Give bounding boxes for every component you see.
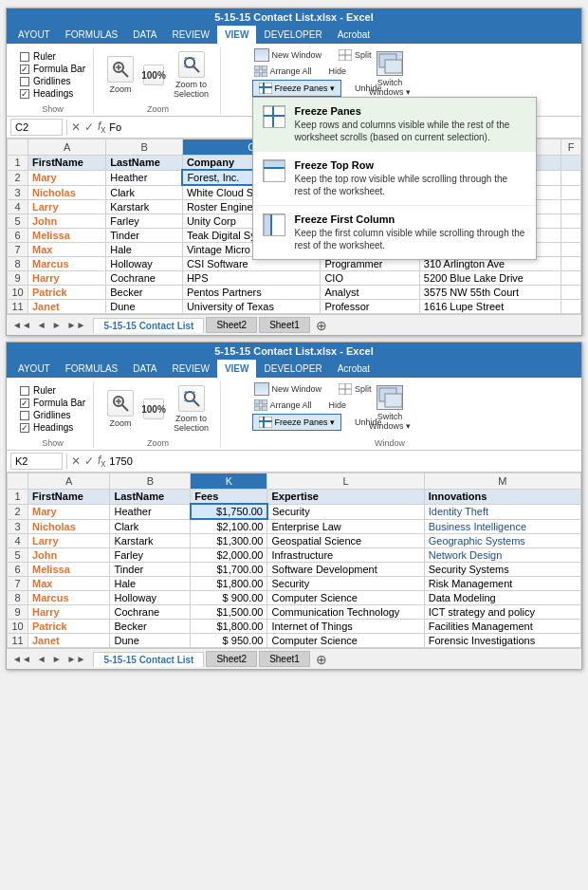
cell2-a3[interactable]: Nicholas <box>28 519 110 534</box>
headings-checkbox-1[interactable] <box>20 89 29 99</box>
cell-a5[interactable]: John <box>28 214 106 229</box>
tab-acrobat-1[interactable]: Acrobat <box>330 26 377 44</box>
tab-review-1[interactable]: REVIEW <box>164 26 216 44</box>
freeze-panes-item-1[interactable]: Freeze Panes Keep rows and columns visib… <box>253 98 536 152</box>
sheet-tab-3-1[interactable]: Sheet1 <box>259 317 310 333</box>
col-a-2[interactable]: A <box>28 473 110 490</box>
cell-a1[interactable]: FirstName <box>28 156 106 171</box>
tab-acrobat-2[interactable]: Acrobat <box>330 360 377 378</box>
cell2-l4[interactable]: Geospatial Science <box>267 534 424 548</box>
cell2-a5[interactable]: John <box>28 548 110 563</box>
ruler-option-2[interactable]: Ruler <box>20 385 85 396</box>
cell2-l11[interactable]: Computer Science <box>267 634 424 648</box>
cell2-l2[interactable]: Security <box>267 504 424 519</box>
zoom-100-button-1[interactable]: 100% <box>139 63 168 87</box>
cell2-k3[interactable]: $2,100.00 <box>191 519 267 534</box>
add-sheet-btn-2[interactable]: ⊕ <box>312 652 331 667</box>
cell-f6[interactable] <box>561 229 581 243</box>
cell2-b9[interactable]: Cochrane <box>110 605 191 620</box>
cell2-m3[interactable]: Business Intelligence <box>424 519 580 534</box>
cell2-a7[interactable]: Max <box>28 577 110 591</box>
cell-b7[interactable]: Hale <box>106 243 183 257</box>
cell-f5[interactable] <box>561 214 581 229</box>
nav-last-2[interactable]: ►► <box>65 654 88 664</box>
cell2-m5[interactable]: Network Design <box>424 548 580 563</box>
cell2-k10[interactable]: $1,800.00 <box>191 620 267 634</box>
cell2-k6[interactable]: $1,700.00 <box>191 563 267 577</box>
cell-a4[interactable]: Larry <box>28 200 106 214</box>
formula-bar-option-1[interactable]: Formula Bar <box>20 64 85 74</box>
cell2-k5[interactable]: $2,000.00 <box>191 548 267 563</box>
tab-view-1[interactable]: VIEW <box>217 26 257 44</box>
cell-b2[interactable]: Heather <box>106 170 183 185</box>
cell-b9[interactable]: Cochrane <box>106 271 183 286</box>
tab-view-2[interactable]: VIEW <box>217 360 257 378</box>
cell-c10[interactable]: Pentos Partners <box>182 286 321 300</box>
freeze-top-row-item-1[interactable]: Freeze Top Row Keep the top row visible … <box>253 152 536 206</box>
cell-a3[interactable]: Nicholas <box>28 185 106 200</box>
cell-a6[interactable]: Melissa <box>28 229 106 243</box>
cell2-l8[interactable]: Computer Science <box>267 591 424 605</box>
hide-btn-2[interactable]: Hide <box>327 399 349 412</box>
cell-d11[interactable]: Professor <box>321 300 419 314</box>
col-a-1[interactable]: A <box>28 139 106 156</box>
col-b-1[interactable]: B <box>106 139 183 156</box>
cell-a11[interactable]: Janet <box>28 300 106 314</box>
cell2-a2[interactable]: Mary <box>28 504 110 519</box>
tab-layout-1[interactable]: AYOUT <box>10 26 58 44</box>
cell2-m8[interactable]: Data Modeling <box>424 591 580 605</box>
gridlines-option-1[interactable]: Gridlines <box>20 76 85 86</box>
tab-developer-1[interactable]: DEVELOPER <box>256 26 329 44</box>
add-sheet-btn-1[interactable]: ⊕ <box>312 318 331 333</box>
cell-a10[interactable]: Patrick <box>28 286 106 300</box>
col-k-2[interactable]: K <box>191 473 267 490</box>
cell-b6[interactable]: Tinder <box>106 229 183 243</box>
cell2-b8[interactable]: Holloway <box>110 591 191 605</box>
cell-b8[interactable]: Holloway <box>106 257 183 271</box>
cell2-l7[interactable]: Security <box>267 577 424 591</box>
nav-first-2[interactable]: ◄◄ <box>10 654 33 664</box>
zoom-button-2[interactable]: Zoom <box>103 388 138 430</box>
gridlines-checkbox-1[interactable] <box>20 77 29 86</box>
cell2-a11[interactable]: Janet <box>28 634 110 648</box>
cell-e9[interactable]: 5200 Blue Lake Drive <box>419 271 561 286</box>
cell-c11[interactable]: University of Texas <box>182 300 321 314</box>
tab-data-1[interactable]: DATA <box>125 26 164 44</box>
col-f-1[interactable]: F <box>561 139 581 156</box>
switch-windows-label-1[interactable]: SwitchWindows ▾ <box>369 78 411 97</box>
cell-a9[interactable]: Harry <box>28 271 106 286</box>
sheet-tab-main-1[interactable]: 5-15-15 Contact List <box>93 318 204 333</box>
nav-first-1[interactable]: ◄◄ <box>10 320 33 330</box>
nav-next-2[interactable]: ► <box>50 654 64 664</box>
headings-option-2[interactable]: Headings <box>20 422 85 433</box>
cell2-m11[interactable]: Forensic Investigations <box>424 634 580 648</box>
formula-input-2[interactable] <box>109 455 578 467</box>
cell2-l6[interactable]: Software Development <box>267 563 424 577</box>
hide-btn-1[interactable]: Hide <box>327 65 349 78</box>
cell2-k4[interactable]: $1,300.00 <box>191 534 267 548</box>
tab-data-2[interactable]: DATA <box>125 360 164 378</box>
function-icon-2[interactable]: fx <box>98 454 105 469</box>
cell-e11[interactable]: 1616 Lupe Street <box>419 300 561 314</box>
cell-c9[interactable]: HPS <box>182 271 321 286</box>
confirm-formula-icon-2[interactable]: ✓ <box>84 454 94 468</box>
col-b-2[interactable]: B <box>110 473 191 490</box>
cell-f7[interactable] <box>561 243 581 257</box>
tab-layout-2[interactable]: AYOUT <box>10 360 58 378</box>
zoom-selection-button-2[interactable]: Zoom toSelection <box>170 383 212 435</box>
cell2-k8[interactable]: $ 900.00 <box>191 591 267 605</box>
ruler-checkbox-2[interactable] <box>20 386 29 396</box>
sheet-tab-2-1[interactable]: Sheet2 <box>206 317 257 333</box>
cell2-l9[interactable]: Communication Technology <box>267 605 424 620</box>
cell2-b6[interactable]: Tinder <box>110 563 191 577</box>
cell-f3[interactable] <box>561 185 581 200</box>
cell2-a9[interactable]: Harry <box>28 605 110 620</box>
cell-f11[interactable] <box>561 300 581 314</box>
nav-next-1[interactable]: ► <box>50 320 64 330</box>
cell-f10[interactable] <box>561 286 581 300</box>
cell2-b2[interactable]: Heather <box>110 504 191 519</box>
cell2-k9[interactable]: $1,500.00 <box>191 605 267 620</box>
gridlines-option-2[interactable]: Gridlines <box>20 410 85 420</box>
sheet-tab-2-2[interactable]: Sheet2 <box>206 651 257 667</box>
formula-bar-checkbox-1[interactable] <box>20 65 29 74</box>
